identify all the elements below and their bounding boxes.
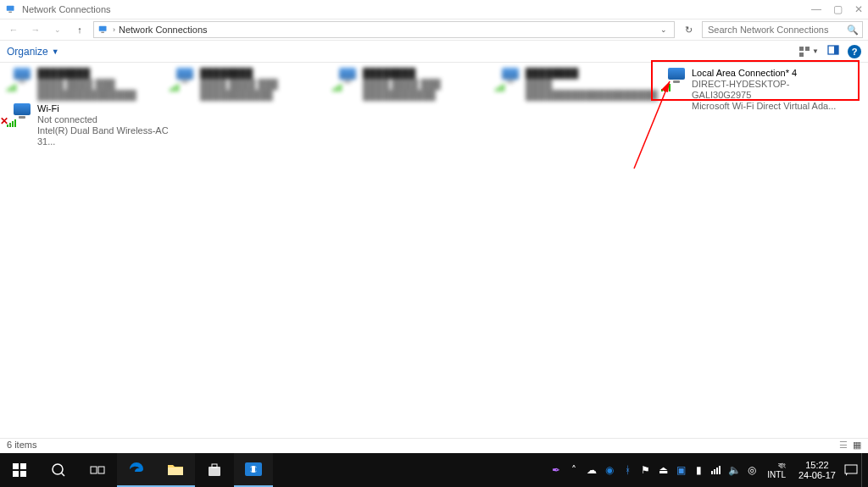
svg-rect-17 xyxy=(91,467,97,473)
tray-overflow-icon[interactable]: ˄ xyxy=(566,462,581,478)
icons-view-button[interactable]: ▦ xyxy=(853,440,861,451)
network-adapter-wifi[interactable]: ✕ Wi-Fi Not connected Intel(R) Dual Band… xyxy=(8,103,170,147)
organize-menu[interactable]: Organize ▼ xyxy=(7,46,59,58)
window-titlebar: Network Connections — ▢ ✕ xyxy=(0,0,868,19)
tray-eject-icon[interactable]: ⏏ xyxy=(655,462,670,478)
location-icon xyxy=(97,24,109,36)
tray-security-icon[interactable]: ⚑ xyxy=(637,462,653,478)
svg-line-16 xyxy=(62,473,65,477)
details-view-button[interactable]: ☰ xyxy=(839,440,848,451)
help-button[interactable]: ? xyxy=(848,45,861,58)
forward-button[interactable]: → xyxy=(27,21,44,38)
close-button[interactable]: ✕ xyxy=(854,3,863,15)
search-icon[interactable]: 🔍 xyxy=(847,25,859,36)
edge-icon xyxy=(128,461,145,478)
adapter-icon: ✕ xyxy=(8,103,32,125)
view-options-button[interactable]: ▼ xyxy=(798,46,819,58)
window-controls: — ▢ ✕ xyxy=(811,3,863,15)
search-input[interactable] xyxy=(708,25,857,35)
content-pane: ████████████ ████ ██████████████████ ███… xyxy=(0,63,868,452)
tray-battery-icon[interactable]: ▮ xyxy=(691,462,706,478)
show-desktop-button[interactable] xyxy=(861,453,866,487)
svg-rect-2 xyxy=(99,26,107,31)
action-center-button[interactable] xyxy=(843,462,859,478)
svg-rect-26 xyxy=(711,471,713,474)
search-box[interactable]: 🔍 xyxy=(702,21,863,38)
svg-rect-27 xyxy=(714,469,715,474)
language-script: বাং xyxy=(767,461,786,470)
minimize-button[interactable]: — xyxy=(811,3,821,15)
taskbar-explorer[interactable] xyxy=(156,453,195,487)
svg-rect-12 xyxy=(20,463,26,469)
tray-graphics-icon[interactable]: ▣ xyxy=(673,462,688,478)
network-adapter-lac4[interactable]: Local Area Connection* 4 DIRECT-HYDESKTO… xyxy=(663,68,841,112)
svg-rect-18 xyxy=(98,467,104,473)
svg-rect-0 xyxy=(7,6,14,11)
svg-rect-30 xyxy=(845,465,857,473)
svg-rect-3 xyxy=(101,32,104,33)
command-bar: Organize ▼ ▼ ? xyxy=(0,41,868,63)
breadcrumb-location[interactable]: Network Connections xyxy=(119,25,208,35)
up-button[interactable]: ↑ xyxy=(71,21,88,38)
taskbar-store[interactable] xyxy=(195,453,234,487)
adapter-status: DIRECT-HYDESKTOP-GALI30G2975 xyxy=(692,79,841,101)
cortana-search-button[interactable] xyxy=(39,453,78,487)
network-adapter-item[interactable]: ████████████ ████ ██████████████ xyxy=(334,68,495,101)
window-title: Network Connections xyxy=(22,4,111,14)
store-icon xyxy=(207,462,222,478)
svg-rect-20 xyxy=(209,467,220,476)
search-circle-icon xyxy=(51,462,66,478)
svg-rect-11 xyxy=(13,463,19,469)
svg-rect-5 xyxy=(805,47,810,51)
preview-pane-button[interactable] xyxy=(827,44,839,58)
tray-location-icon[interactable]: ◎ xyxy=(744,462,760,478)
svg-rect-4 xyxy=(799,47,804,51)
network-adapter-item[interactable]: ████████████████████████████████ xyxy=(497,68,658,101)
svg-rect-8 xyxy=(834,46,838,54)
system-tray: ✒ ˄ ☁ ◉ ᚼ ⚑ ⏏ ▣ ▮ 🔈 ◎ বাং INTL 15:22 24-… xyxy=(548,453,868,487)
adapter-device: Microsoft Wi-Fi Direct Virtual Ada... xyxy=(692,101,841,112)
refresh-button[interactable]: ↻ xyxy=(680,21,697,38)
chevron-right-icon: › xyxy=(113,25,115,34)
taskview-icon xyxy=(90,464,105,476)
teamviewer-icon xyxy=(245,462,262,476)
svg-rect-28 xyxy=(716,468,718,474)
recent-locations[interactable]: ⌄ xyxy=(49,21,66,38)
tray-app-icon[interactable]: ✒ xyxy=(548,462,564,478)
organize-label: Organize xyxy=(7,46,48,58)
language-indicator[interactable]: বাং INTL xyxy=(762,461,791,479)
task-view-button[interactable] xyxy=(78,453,117,487)
start-button[interactable] xyxy=(0,453,39,487)
adapter-device: Intel(R) Dual Band Wireless-AC 31... xyxy=(37,125,170,147)
clock-time: 15:22 xyxy=(798,460,836,470)
adapter-name: Local Area Connection* 4 xyxy=(692,68,841,79)
maximize-button[interactable]: ▢ xyxy=(833,3,843,15)
svg-rect-14 xyxy=(20,471,26,477)
svg-rect-1 xyxy=(8,12,12,13)
breadcrumb[interactable]: › Network Connections ⌄ xyxy=(93,21,675,38)
network-adapter-item[interactable]: ████████████ ████ ██████████████ xyxy=(171,68,332,101)
taskbar-edge[interactable] xyxy=(117,453,156,487)
back-button[interactable]: ← xyxy=(5,21,22,38)
adapter-name: Wi-Fi xyxy=(37,103,170,114)
adapter-icon xyxy=(663,68,687,90)
network-adapter-item[interactable]: ████████████ ████ ██████████████████ xyxy=(8,68,170,101)
tray-network-icon[interactable] xyxy=(709,462,724,478)
taskbar-clock[interactable]: 15:22 24-06-17 xyxy=(793,460,841,480)
folder-icon xyxy=(167,462,184,476)
taskbar-app[interactable] xyxy=(234,453,273,487)
item-count: 6 items xyxy=(7,440,36,450)
svg-point-15 xyxy=(53,464,63,474)
svg-rect-13 xyxy=(13,471,19,477)
adapter-status: Not connected xyxy=(37,114,170,125)
breadcrumb-dropdown-icon[interactable]: ⌄ xyxy=(660,25,670,34)
disconnected-icon: ✕ xyxy=(0,116,8,127)
taskbar: ✒ ˄ ☁ ◉ ᚼ ⚑ ⏏ ▣ ▮ 🔈 ◎ বাং INTL 15:22 24-… xyxy=(0,453,868,487)
tray-onedrive-icon[interactable]: ☁ xyxy=(584,462,599,478)
svg-rect-19 xyxy=(168,468,183,475)
tray-bluetooth-icon[interactable]: ᚼ xyxy=(620,462,635,478)
svg-rect-29 xyxy=(719,466,721,474)
tray-app2-icon[interactable]: ◉ xyxy=(602,462,617,478)
svg-rect-6 xyxy=(799,53,804,57)
tray-volume-icon[interactable]: 🔈 xyxy=(726,462,742,478)
